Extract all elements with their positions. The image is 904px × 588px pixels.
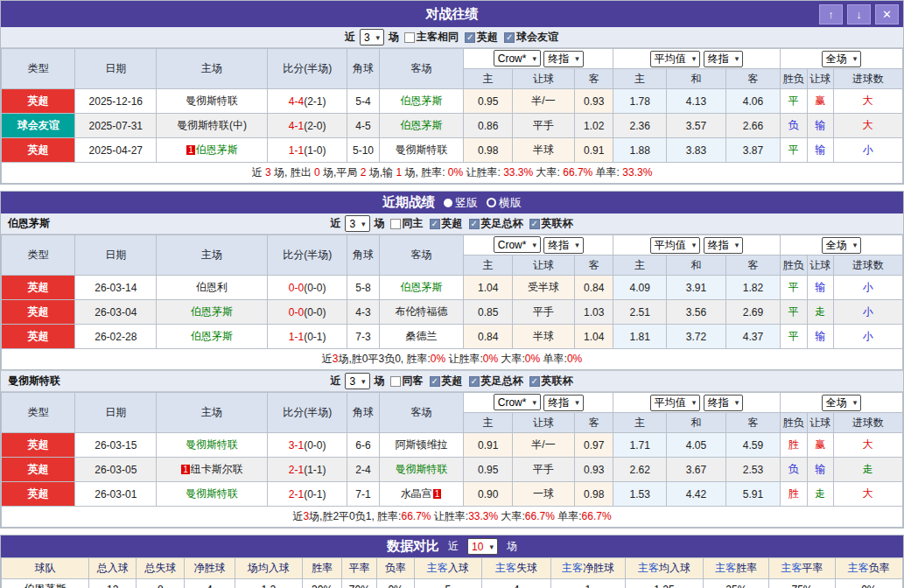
score: 3-1(0-0)	[267, 433, 347, 458]
home-team[interactable]: 伯恩利	[157, 276, 268, 300]
handicap-result: 输	[807, 138, 833, 163]
handicap: 平手	[512, 300, 574, 325]
col-odds-home: 主	[464, 256, 513, 276]
home-team[interactable]: 曼彻斯特联	[157, 433, 268, 458]
avg-select[interactable]: 平均值▾	[650, 237, 701, 254]
radio-horizontal[interactable]: 横版	[487, 195, 522, 211]
scroll-down-button[interactable]: ↓	[847, 4, 871, 24]
avg-select[interactable]: 平均值▾	[650, 395, 701, 411]
avg-stage-select[interactable]: 终指▾	[704, 395, 744, 411]
odds-home: 0.85	[464, 300, 513, 325]
away-team[interactable]: 伯恩茅斯	[379, 114, 464, 138]
col-goals: 进球数	[833, 69, 902, 89]
checkbox-friendly[interactable]: 球会友谊	[504, 30, 558, 45]
table-row: 英超 26-03-01 曼彻斯特联 2-1(0-1) 7-1 水晶宫1 0.90…	[2, 482, 903, 507]
home-team[interactable]: 1伯恩茅斯	[157, 138, 268, 163]
stat-value: 25%	[704, 579, 769, 588]
compare-titlebar: 数据对比 近 10▾ 场	[1, 536, 903, 557]
home-team[interactable]: 伯恩茅斯	[157, 325, 268, 349]
fulltime-select[interactable]: 全场▾	[822, 237, 862, 254]
bookmaker-select[interactable]: Crow*▾	[494, 394, 541, 410]
match-date: 2025-07-31	[75, 114, 157, 138]
away-team[interactable]: 伯恩茅斯	[379, 276, 464, 300]
radio-vertical[interactable]: 竖版	[444, 195, 478, 211]
league-badge: 英超	[2, 276, 75, 300]
close-button[interactable]: ✕	[875, 4, 899, 24]
avg-away: 4.37	[726, 325, 781, 349]
avg-away: 2.66	[726, 114, 781, 138]
table-row: 英超 26-03-15 曼彻斯特联 3-1(0-0) 6-6 阿斯顿维拉 0.9…	[2, 433, 903, 458]
chevron-down-icon: ▾	[376, 33, 381, 42]
home-team[interactable]: 伯恩茅斯	[157, 300, 268, 325]
col-hv-loss-rate: 主客负率	[835, 558, 902, 579]
score: 1-1(0-1)	[267, 325, 347, 349]
odds-home: 0.95	[464, 89, 513, 114]
bournemouth-summary-row: 近3场,胜0平3负0, 胜率:0% 让胜率:0% 大率:0% 单率:0%	[2, 349, 903, 370]
odds-stage-select[interactable]: 终指▾	[543, 51, 584, 67]
checkbox-icon	[529, 219, 540, 229]
stat-value: 1	[551, 579, 625, 588]
stat-value: 5	[414, 579, 481, 588]
avg-home: 2.51	[613, 300, 667, 325]
chevron-down-icon: ▾	[575, 54, 579, 63]
checkbox-icon	[430, 376, 440, 387]
away-team[interactable]: 布伦特福德	[379, 300, 464, 325]
odds-stage-select[interactable]: 终指▾	[543, 395, 584, 411]
stat-value: 12	[88, 579, 137, 588]
fulltime-select[interactable]: 全场▾	[822, 51, 862, 67]
fulltime-select[interactable]: 全场▾	[822, 395, 862, 411]
table-row: 伯恩茅斯 12 8 4 1.2 30% 70% 0% 5 4 1 1.25 25…	[2, 579, 903, 588]
away-team[interactable]: 水晶宫1	[379, 482, 464, 507]
home-team[interactable]: 曼彻斯特联	[157, 89, 268, 114]
checkbox-facup[interactable]: 英足总杯	[469, 374, 523, 388]
h2h-table: 类型 日期 主场 比分(半场) 角球 客场 Crow*▾ 终指▾ 平均值▾ 终指…	[1, 48, 903, 184]
col-corner: 角球	[347, 235, 379, 276]
bookmaker-select[interactable]: Crow*▾	[494, 236, 541, 253]
match-date: 26-02-28	[75, 325, 157, 349]
bookmaker-select[interactable]: Crow*▾	[494, 50, 541, 66]
avg-stage-select[interactable]: 终指▾	[704, 51, 744, 67]
away-team[interactable]: 阿斯顿维拉	[379, 433, 464, 458]
away-team[interactable]: 曼彻斯特联	[379, 138, 464, 163]
manutd-summary: 近3场,胜2平0负1, 胜率:66.7% 让胜率:33.3% 大率:66.7% …	[2, 507, 903, 528]
result-header: 全场▾	[780, 393, 902, 413]
col-date: 日期	[75, 49, 157, 89]
stat-value: 1.25	[625, 579, 704, 588]
checkbox-facup[interactable]: 英足总杯	[469, 216, 523, 231]
odds-source-header: Crow*▾ 终指▾	[464, 49, 613, 69]
checkbox-eflcup[interactable]: 英联杯	[529, 374, 573, 388]
checkbox-eflcup[interactable]: 英联杯	[529, 216, 573, 231]
checkbox-same-venue[interactable]: 主客相同	[404, 30, 459, 45]
checkbox-same-away[interactable]: 同客	[390, 374, 424, 388]
home-team[interactable]: 曼彻斯特联(中)	[157, 114, 268, 138]
checkbox-epl[interactable]: 英超	[430, 216, 463, 231]
away-team[interactable]: 伯恩茅斯	[379, 89, 464, 114]
stat-value: 4	[481, 579, 550, 588]
games-label: 场	[389, 30, 399, 45]
col-goals: 进球数	[833, 413, 902, 433]
checkbox-same-home[interactable]: 同主	[390, 216, 424, 231]
home-team[interactable]: 1纽卡斯尔联	[157, 458, 268, 482]
bournemouth-filter-row: 伯恩茅斯 近 3▾ 场 同主 英超 英足总杯 英联杯	[1, 214, 903, 234]
bournemouth-count-select[interactable]: 3▾	[345, 215, 369, 232]
corners: 4-3	[347, 300, 379, 325]
away-team[interactable]: 桑德兰	[379, 325, 464, 349]
h2h-count-select[interactable]: 3▾	[360, 29, 384, 46]
scroll-up-button[interactable]: ↑	[819, 4, 843, 24]
away-team[interactable]: 曼彻斯特联	[379, 458, 464, 482]
team-name[interactable]: 伯恩茅斯	[2, 579, 89, 588]
checkbox-icon	[430, 219, 440, 229]
manutd-count-select[interactable]: 3▾	[345, 373, 369, 389]
home-team[interactable]: 曼彻斯特联	[157, 482, 268, 507]
checkbox-epl[interactable]: 英超	[430, 374, 463, 388]
avg-stage-select[interactable]: 终指▾	[704, 237, 744, 254]
recent-section: 近期战绩 竖版 横版 伯恩茅斯 近 3▾ 场 同主 英超 英足总杯 英联杯 类型…	[0, 191, 904, 528]
score: 1-1(1-0)	[267, 138, 347, 163]
checkbox-league[interactable]: 英超	[465, 30, 498, 45]
odds-home: 0.95	[464, 458, 513, 482]
compare-count-select[interactable]: 10▾	[467, 538, 498, 555]
odds-stage-select[interactable]: 终指▾	[543, 237, 584, 254]
avg-select[interactable]: 平均值▾	[650, 51, 701, 67]
col-avg-away: 客	[726, 413, 781, 433]
handicap-result: 赢	[807, 89, 833, 114]
